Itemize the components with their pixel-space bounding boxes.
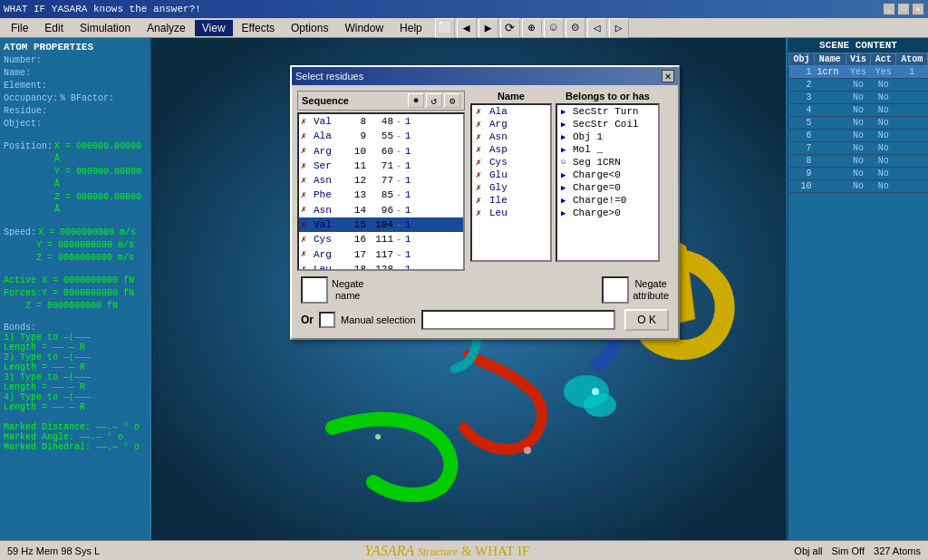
table-row[interactable]: 6 No No [789,130,928,142]
list-item[interactable]: ▶ Charge>0 [557,207,658,219]
prop-bonds: Bonds: 1) Type to —(——— Length = —— — R … [4,323,146,412]
scene-cell-name [814,92,846,104]
menu-help[interactable]: Help [392,20,430,36]
list-item[interactable]: ▶ SecStr Turn [557,105,658,118]
menu-simulation[interactable]: Simulation [72,20,138,36]
menu-window[interactable]: Window [337,20,391,36]
table-row[interactable]: 3 No No [789,92,928,104]
maximize-button[interactable]: □ [897,3,910,15]
toolbar-btn-8[interactable]: ◁ [587,18,607,38]
list-item[interactable]: ✗ Val 15 104 - 1 [299,217,463,232]
atom-properties-panel: ATOM PROPERTIES Number: Name: Element: O… [0,38,150,540]
toolbar-btn-1[interactable]: ⬜ [435,18,455,38]
scene-cell-obj: 1 [789,66,815,79]
list-item[interactable]: ▶ Charge!=0 [557,194,658,207]
sequence-list[interactable]: ✗ Val 8 48 - 1 ✗ Ala 9 55 [297,112,465,271]
list-item[interactable]: ✗ Phe 13 85 - 1 [299,188,463,202]
scene-cell-obj: 5 [789,117,815,130]
list-item[interactable]: ▶ Obj 1 [557,130,658,143]
list-item[interactable]: ✗ Asn [472,130,550,143]
toolbar-btn-9[interactable]: ▷ [609,18,629,38]
toolbar-btn-6[interactable]: ☺ [544,18,564,38]
list-item[interactable]: ✗ Arg 10 60 - 1 [299,144,463,159]
list-item[interactable]: ✗ Leu [472,207,550,219]
title-text: WHAT IF YASARA knows the answer?! [4,4,201,14]
status-right-3: 327 Atoms [874,546,921,556]
table-row[interactable]: 8 No No [789,155,928,168]
list-item[interactable]: ▶ Mol _ [557,143,658,156]
list-item[interactable]: ✗ Asp [472,143,550,156]
list-item[interactable]: ▶ Charge=0 [557,181,658,194]
list-item[interactable]: ✗ Val 8 48 - 1 [299,114,463,129]
list-item[interactable]: ✗ Ser 11 71 - 1 [299,159,463,173]
scene-cell-atom [896,130,928,142]
list-item[interactable]: ✗ Asn 12 77 - 1 [299,173,463,188]
select-residues-dialog[interactable]: Select residues ✕ Sequence ● ↺ ⚙ [290,65,680,340]
manual-selection-input[interactable] [421,310,616,330]
title-bar-controls[interactable]: _ □ ✕ [883,3,924,15]
negate-name-box[interactable]: Negatename [301,276,363,304]
table-row[interactable]: 1 1crn Yes Yes 1 [789,66,928,79]
toolbar-btn-2[interactable]: ◀ [457,18,477,38]
dialog-close-button[interactable]: ✕ [662,70,674,82]
ok-button[interactable]: O K [624,309,669,331]
menu-effects[interactable]: Effects [235,20,282,36]
list-item[interactable]: ✗ Ala 9 55 - 1 [299,129,463,143]
molecule-viewport[interactable]: Select residues ✕ Sequence ● ↺ ⚙ [150,38,788,540]
menu-view[interactable]: View [195,20,233,36]
list-item[interactable]: ✗ Gly [472,181,550,194]
table-row[interactable]: 10 No No [789,180,928,193]
list-item[interactable]: ☺ Seg 1CRN [557,156,658,169]
scene-cell-obj: 4 [789,104,815,117]
table-row[interactable]: 4 No No [789,104,928,117]
negate-attribute-box[interactable]: Negateattribute [602,276,669,304]
list-item[interactable]: ▶ Charge<0 [557,169,658,181]
negate-attribute-checkbox[interactable] [602,276,629,304]
toolbar-btn-3[interactable]: ▶ [478,18,498,38]
scene-cell-atom [896,92,928,104]
toolbar-btn-5[interactable]: ⊕ [522,18,542,38]
dialog-title-bar[interactable]: Select residues ✕ [292,67,678,85]
menu-edit[interactable]: Edit [37,20,71,36]
list-item[interactable]: ✗ Arg [472,118,550,130]
list-item[interactable]: ✗ Ala [472,105,550,118]
table-row[interactable]: 2 No No [789,79,928,92]
toolbar-btn-4[interactable]: ⟳ [500,18,520,38]
prop-speed: Speed: X = 0000000000 m/s [4,227,146,239]
title-bar: WHAT IF YASARA knows the answer?! _ □ ✕ [0,0,928,18]
scene-content-table: Obj Name Vis Act Atom 1 1crn Yes Yes 1 2… [788,53,928,193]
list-item[interactable]: ✗ Cys [472,156,550,169]
name-list-section: Name ✗ Ala ✗ Arg ✗ [470,91,552,262]
table-row[interactable]: 5 No No [789,117,928,130]
seq-header-btn-circle[interactable]: ● [408,93,424,108]
negate-name-checkbox[interactable] [301,276,328,304]
yasara-name: YASARA [364,543,414,558]
menu-options[interactable]: Options [284,20,335,36]
svg-point-8 [375,434,381,439]
table-row[interactable]: 7 No No [789,142,928,155]
svg-point-7 [524,447,531,454]
list-item[interactable]: ✗ Ile [472,194,550,207]
dialog-title: Select residues [295,71,363,82]
list-item[interactable]: ✗ Cys 16 111 - 1 [299,232,463,246]
list-item[interactable]: ✗ Asn 14 96 - 1 [299,203,463,217]
list-item[interactable]: ✗ Arg 17 117 - 1 [299,247,463,262]
close-button[interactable]: ✕ [912,3,924,15]
minimize-button[interactable]: _ [883,3,895,15]
seq-header-btn-refresh[interactable]: ↺ [426,93,442,108]
belongs-list[interactable]: ▶ SecStr Turn ▶ SecStr Coil ▶ Obj 1 [556,103,660,262]
toolbar-btn-7[interactable]: ☹ [566,18,585,38]
name-list[interactable]: ✗ Ala ✗ Arg ✗ Asn [470,103,552,262]
list-item[interactable]: ✗ Leu 18 128 - 1 [299,262,463,271]
menu-file[interactable]: File [4,20,35,36]
scene-cell-vis: No [846,155,871,168]
menu-analyze[interactable]: Analyze [140,20,193,36]
manual-selection-checkbox[interactable] [319,312,335,328]
list-item[interactable]: ▶ SecStr Coil [557,118,658,130]
table-row[interactable]: 9 No No [789,168,928,180]
toolbar: ⬜ ◀ ▶ ⟳ ⊕ ☺ ☹ ◁ ▷ [435,18,629,38]
scene-table-header-name: Name [814,53,846,66]
seq-header-btn-settings[interactable]: ⚙ [444,93,460,108]
menu-bar: File Edit Simulation Analyze View Effect… [0,18,928,38]
list-item[interactable]: ✗ Glu [472,169,550,181]
